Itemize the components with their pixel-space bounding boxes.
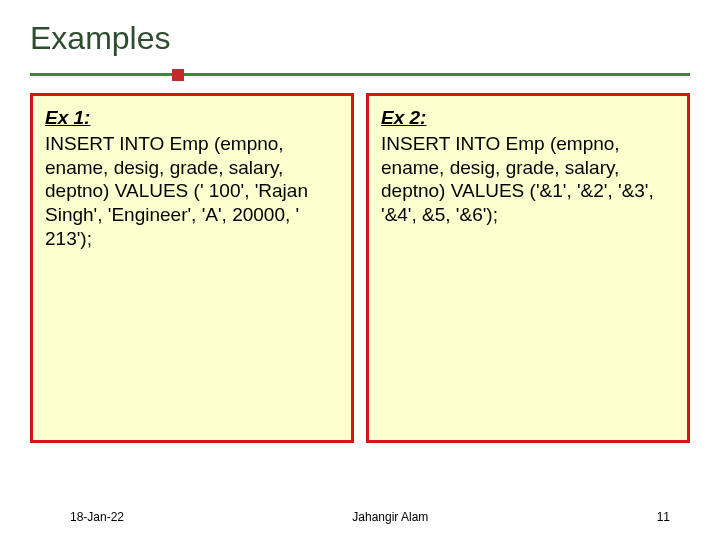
footer: 18-Jan-22 Jahangir Alam 11 [30,510,690,524]
example-body: INSERT INTO Emp (empno, ename, desig, gr… [381,133,654,225]
example-body: INSERT INTO Emp (empno, ename, desig, gr… [45,133,308,249]
footer-author: Jahangir Alam [124,510,657,524]
title-area: Examples [0,0,720,63]
rule-line [30,73,690,76]
example-heading: Ex 1: [45,106,339,130]
title-rule [0,69,720,79]
slide: Examples Ex 1: INSERT INTO Emp (empno, e… [0,0,720,540]
footer-page: 11 [657,510,690,524]
slide-title: Examples [30,20,690,57]
example-box-1: Ex 1: INSERT INTO Emp (empno, ename, des… [30,93,354,443]
rule-accent-square [172,69,184,81]
content-row: Ex 1: INSERT INTO Emp (empno, ename, des… [0,79,720,443]
example-heading: Ex 2: [381,106,675,130]
example-box-2: Ex 2: INSERT INTO Emp (empno, ename, des… [366,93,690,443]
footer-date: 18-Jan-22 [30,510,124,524]
